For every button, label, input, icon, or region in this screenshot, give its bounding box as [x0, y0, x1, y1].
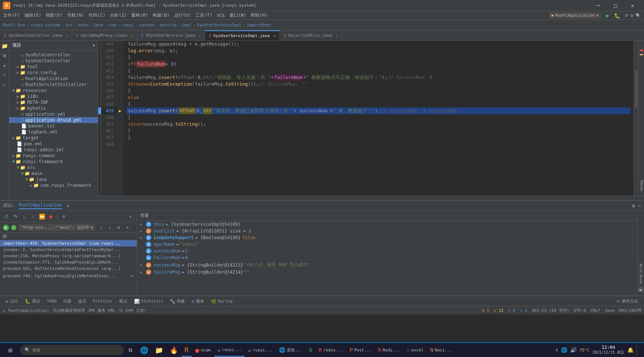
nav-java[interactable]: java [93, 23, 103, 27]
step-out-button[interactable]: ↑ [29, 212, 37, 221]
settings-icon[interactable]: ⚙ [631, 13, 633, 18]
git-icon[interactable]: ⑂ [1, 71, 8, 79]
debug-minimize-icon[interactable]: ─ [638, 203, 641, 209]
run-config-dropdown[interactable]: ▶ RuoYiApplication ▼ [549, 12, 602, 19]
nav-importuser[interactable]: importUser [247, 23, 271, 27]
tree-item-iml[interactable]: 📄ruoyi-admin.iml [9, 147, 98, 153]
nav-ruoyi-system[interactable]: ruoyi-system [30, 23, 60, 27]
clock[interactable]: 12:04 2021/11/15 周五 [592, 345, 624, 355]
project-icon[interactable]: 📁 [1, 42, 8, 50]
taskbar-explorer[interactable]: 📁 [152, 343, 166, 357]
tree-item-ruoyi-common[interactable]: ▶📁ruoyi-common [9, 153, 98, 159]
debug-tab[interactable]: 🐛 调试 [22, 298, 43, 305]
evaluate-button[interactable]: ≡ [60, 212, 68, 221]
menu-code[interactable]: 代码(C) [89, 12, 106, 19]
resume-button[interactable]: ⏩ [38, 212, 46, 221]
step-up-btn[interactable]: ↑ [97, 224, 104, 231]
tree-item-sysrole[interactable]: ☕SysRoleController [9, 52, 98, 58]
add-btn[interactable]: + [124, 224, 131, 231]
maven-tab[interactable]: Maven [638, 177, 644, 194]
tab-sysuser-controller[interactable]: J SysUserController.java ✕ [0, 30, 72, 40]
menu-tools[interactable]: 工具(T) [195, 12, 212, 19]
frame-4[interactable]: proceed:163, ReflectiveMethodInvocation … [0, 265, 137, 272]
horiz-scrollbar[interactable] [98, 196, 644, 200]
nav-ruoyi[interactable]: ruoyi [122, 23, 134, 27]
frame-5[interactable]: proceed:749, CglibAopProxy$CglibMethodIn… [0, 272, 137, 280]
frame-3[interactable]: invokeJoinpoint:771, CglibAopProxy$Cglib… [0, 259, 137, 265]
restart-button[interactable]: ↺ [2, 212, 10, 221]
menu-analyze[interactable]: 分析(Z) [110, 12, 127, 19]
line-sep[interactable]: CRLF [590, 308, 600, 313]
nav-sysuser[interactable]: SysUserServiceImpl [197, 23, 241, 27]
encoding[interactable]: UTF-8 [574, 308, 586, 313]
scrollbar-minimap[interactable] [634, 41, 638, 196]
taskbar-idea2[interactable]: ☕ ruoyi... [245, 343, 275, 357]
profiler-tab[interactable]: Profiler [90, 298, 116, 304]
tree-item-resources[interactable]: ▼📁resources [9, 87, 98, 93]
tree-item-ruoyi-framework[interactable]: ▼📁ruoyi-framework [9, 159, 98, 165]
taskbar-edge[interactable]: 🌐 [137, 343, 151, 357]
tree-item-i18n[interactable]: ▶📁i18n [9, 93, 98, 99]
tray-up-arrow[interactable]: ∧ [555, 347, 558, 353]
code-content[interactable]: failureMsg.append(msg + e.getMessage());… [123, 41, 634, 196]
tree-item-logback[interactable]: 📄logback.xml [9, 129, 98, 135]
tab-security-utils[interactable]: J SecurityUtils.java ✕ [280, 30, 342, 40]
nav-service[interactable]: service [159, 23, 176, 27]
add-debug-button[interactable]: + [126, 212, 135, 221]
memory[interactable]: 605/1967M [619, 308, 641, 313]
frame-0[interactable]: importUser:459, SysUserServiceImpl (com.… [0, 240, 137, 247]
var-this[interactable]: ▶ t this = {SysUserServiceImpl@14189} [137, 221, 637, 228]
spring-tab[interactable]: 🌿 Spring [208, 298, 236, 305]
problems-tab[interactable]: 问题 [60, 298, 74, 305]
tree-item-config[interactable]: ▶📁core.config [9, 70, 98, 76]
taskbar-excel[interactable]: X excel [404, 343, 426, 357]
tree-item-comruoyi[interactable]: ▶📁com.ruoyi.framework [9, 182, 98, 188]
taskbar-chrome2[interactable]: G [306, 343, 315, 357]
build-tab[interactable]: 🔧 构建 [167, 298, 188, 305]
frame-2[interactable]: invoke:218, MethodProxy (org.springframe… [0, 253, 137, 259]
menu-vcs[interactable]: VCS [217, 13, 225, 18]
menu-file[interactable]: 文件(F) [3, 12, 20, 19]
tree-item-banner[interactable]: 📄banner.txt [9, 123, 98, 129]
tree-item-ruoyiservlet[interactable]: ☕RuoYiServletInitializer [9, 82, 98, 87]
close-button[interactable]: ✕ [624, 0, 641, 11]
menu-build[interactable]: 构建(B) [153, 12, 170, 19]
tree-item-target[interactable]: ▶📁target [9, 135, 98, 141]
taskbar-navicat[interactable]: N Navi... [427, 343, 455, 357]
taskbar-ruoyi1[interactable]: R [182, 343, 192, 357]
tray-sound[interactable]: 🔊 [570, 347, 577, 353]
var-isupdatesupport[interactable]: ▶ p isUpdateSupport = {Boolean@14190} fa… [137, 234, 637, 241]
tree-item-appdruid[interactable]: ⚙application-druid.yml [9, 117, 98, 123]
step-into-button[interactable]: ↓ [20, 212, 28, 221]
menu-view[interactable]: 视图(V) [46, 12, 63, 19]
warning-count[interactable]: ⚠ 12 [494, 308, 504, 313]
tab-cglib-proxy[interactable]: C CglibAopProxy.class ✕ [72, 30, 137, 40]
var-opername[interactable]: p operName = "admin" [137, 241, 637, 248]
notification-btn[interactable]: 🔔 [627, 347, 634, 353]
tree-item-sysuser[interactable]: ☕SysUserController [9, 58, 98, 64]
stop-button[interactable]: ■ [47, 212, 55, 221]
tree-item-java2[interactable]: ▼📁java [9, 176, 98, 182]
tree-item-main2[interactable]: ▼📁main [9, 171, 98, 176]
event-log[interactable]: ⊙ 事件日志 [614, 298, 641, 305]
var-failuremsg[interactable]: ▶ p failureMsg = {StringBuilder@14214} "… [137, 269, 637, 275]
minimize-button[interactable]: ─ [590, 0, 607, 11]
search-icon[interactable]: 🔍 [635, 13, 641, 18]
run-tab[interactable]: ▶ 运行 [3, 298, 21, 305]
menu-refactor[interactable]: 重构(R) [131, 12, 148, 19]
tab-sysuser-service-impl[interactable]: J SysUserServiceImpl.java ✕ [205, 30, 280, 40]
structure-icon[interactable]: ⊞ [1, 52, 8, 59]
word-book-label[interactable]: Word Book [638, 262, 644, 285]
menu-help[interactable]: 帮助(H) [250, 12, 268, 19]
tree-item-src2[interactable]: ▼📁src [9, 165, 98, 171]
taskbar-firefox[interactable]: 🔥 [167, 343, 181, 357]
menu-edit[interactable]: 编辑(E) [24, 12, 42, 19]
bookmark-icon[interactable]: ★ [1, 62, 8, 69]
taskbar-idea1[interactable]: ☕ ruoyi... [214, 343, 244, 357]
run-button[interactable]: ▶ [606, 12, 610, 19]
taskbar-redis2[interactable]: R Redi... [375, 343, 403, 357]
hint-count1[interactable]: i 6 [508, 308, 515, 313]
file-type[interactable]: Java [605, 308, 615, 313]
taskbar-postman[interactable]: P Post... [347, 343, 375, 357]
var-failurenum[interactable]: p failureNum = 0 [137, 254, 637, 261]
